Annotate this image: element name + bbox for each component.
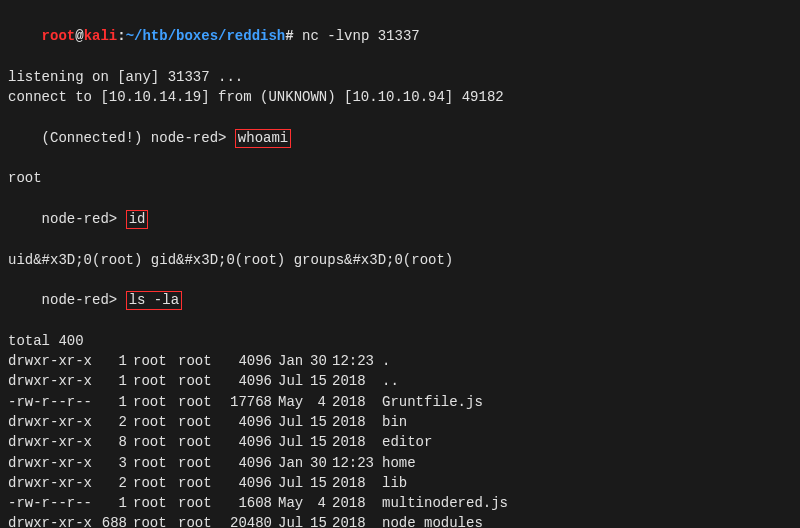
- ls-size: 4096: [223, 412, 278, 432]
- nc-output: listening on [any] 31337 ...connect to […: [8, 67, 792, 108]
- ls-owner: root: [133, 473, 178, 493]
- ls-filename: .: [382, 351, 792, 371]
- ls-time: 2018: [332, 493, 382, 513]
- ls-owner: root: [133, 392, 178, 412]
- ls-perms: drwxr-xr-x: [8, 432, 98, 452]
- highlight-id: id: [126, 210, 149, 229]
- prompt-host: kali: [84, 28, 118, 44]
- ls-time: 2018: [332, 513, 382, 528]
- ls-row: drwxr-xr-x688rootroot20480Jul152018node_…: [8, 513, 792, 528]
- ls-filename: Gruntfile.js: [382, 392, 792, 412]
- ls-filename: bin: [382, 412, 792, 432]
- prompt-colon: :: [117, 28, 125, 44]
- ls-day: 4: [310, 392, 332, 412]
- highlight-ls: ls -la: [126, 291, 182, 310]
- shell-connected-prompt: (Connected!) node-red>: [42, 130, 227, 146]
- ls-row: drwxr-xr-x3rootroot4096Jan3012:23home: [8, 453, 792, 473]
- ls-group: root: [178, 351, 223, 371]
- ls-perms: drwxr-xr-x: [8, 453, 98, 473]
- nc-output-line: connect to [10.10.14.19] from (UNKNOWN) …: [8, 87, 792, 107]
- ls-size: 4096: [223, 473, 278, 493]
- ls-month: Jul: [278, 513, 310, 528]
- ls-filename: home: [382, 453, 792, 473]
- ls-links: 2: [98, 473, 133, 493]
- ls-filename: ..: [382, 371, 792, 391]
- shell-line-id: node-red> id: [8, 189, 792, 250]
- ls-size: 1608: [223, 493, 278, 513]
- ls-size: 4096: [223, 453, 278, 473]
- ls-perms: drwxr-xr-x: [8, 412, 98, 432]
- ls-month: Jul: [278, 371, 310, 391]
- ls-group: root: [178, 432, 223, 452]
- ls-row: drwxr-xr-x8rootroot4096Jul152018editor: [8, 432, 792, 452]
- ls-day: 15: [310, 473, 332, 493]
- ls-owner: root: [133, 493, 178, 513]
- prompt-at: @: [75, 28, 83, 44]
- ls-day: 15: [310, 432, 332, 452]
- ls-links: 1: [98, 371, 133, 391]
- ls-time: 2018: [332, 371, 382, 391]
- shell-prompt: node-red>: [42, 292, 118, 308]
- output-ls-total: total 400: [8, 331, 792, 351]
- ls-size: 17768: [223, 392, 278, 412]
- highlight-whoami: whoami: [235, 129, 291, 148]
- ls-row: -rw-r--r--1rootroot17768May42018Gruntfil…: [8, 392, 792, 412]
- nc-output-line: listening on [any] 31337 ...: [8, 67, 792, 87]
- ls-owner: root: [133, 412, 178, 432]
- output-id: uid&#x3D;0(root) gid&#x3D;0(root) groups…: [8, 250, 792, 270]
- ls-day: 15: [310, 412, 332, 432]
- output-ls-listing: drwxr-xr-x1rootroot4096Jan3012:23.drwxr-…: [8, 351, 792, 528]
- ls-day: 30: [310, 351, 332, 371]
- ls-time: 12:23: [332, 453, 382, 473]
- ls-perms: drwxr-xr-x: [8, 473, 98, 493]
- ls-perms: drwxr-xr-x: [8, 513, 98, 528]
- prompt-line-1: root@kali:~/htb/boxes/reddish# nc -lvnp …: [8, 6, 792, 67]
- ls-owner: root: [133, 351, 178, 371]
- ls-group: root: [178, 412, 223, 432]
- ls-perms: drwxr-xr-x: [8, 371, 98, 391]
- ls-size: 4096: [223, 432, 278, 452]
- ls-row: drwxr-xr-x2rootroot4096Jul152018lib: [8, 473, 792, 493]
- ls-filename: node_modules: [382, 513, 792, 528]
- ls-size: 20480: [223, 513, 278, 528]
- prompt-hash: #: [285, 28, 293, 44]
- ls-group: root: [178, 473, 223, 493]
- ls-group: root: [178, 392, 223, 412]
- ls-links: 1: [98, 392, 133, 412]
- ls-perms: -rw-r--r--: [8, 493, 98, 513]
- ls-filename: editor: [382, 432, 792, 452]
- ls-month: Jul: [278, 432, 310, 452]
- ls-month: Jul: [278, 473, 310, 493]
- terminal[interactable]: root@kali:~/htb/boxes/reddish# nc -lvnp …: [8, 6, 792, 528]
- prompt-path: ~/htb/boxes/reddish: [126, 28, 286, 44]
- ls-time: 2018: [332, 412, 382, 432]
- ls-row: -rw-r--r--1rootroot1608May42018multinode…: [8, 493, 792, 513]
- ls-time: 2018: [332, 473, 382, 493]
- ls-month: May: [278, 392, 310, 412]
- ls-size: 4096: [223, 371, 278, 391]
- ls-links: 8: [98, 432, 133, 452]
- ls-time: 12:23: [332, 351, 382, 371]
- ls-day: 15: [310, 371, 332, 391]
- output-whoami: root: [8, 168, 792, 188]
- ls-month: Jan: [278, 351, 310, 371]
- ls-group: root: [178, 493, 223, 513]
- ls-links: 688: [98, 513, 133, 528]
- prompt-user: root: [42, 28, 76, 44]
- ls-month: Jul: [278, 412, 310, 432]
- ls-row: drwxr-xr-x1rootroot4096Jan3012:23.: [8, 351, 792, 371]
- ls-month: May: [278, 493, 310, 513]
- ls-month: Jan: [278, 453, 310, 473]
- ls-owner: root: [133, 371, 178, 391]
- ls-links: 2: [98, 412, 133, 432]
- command-nc: nc -lvnp 31337: [302, 28, 420, 44]
- ls-row: drwxr-xr-x1rootroot4096Jul152018..: [8, 371, 792, 391]
- shell-prompt: node-red>: [42, 211, 118, 227]
- ls-time: 2018: [332, 432, 382, 452]
- ls-links: 3: [98, 453, 133, 473]
- ls-size: 4096: [223, 351, 278, 371]
- ls-group: root: [178, 371, 223, 391]
- ls-links: 1: [98, 351, 133, 371]
- ls-group: root: [178, 513, 223, 528]
- ls-time: 2018: [332, 392, 382, 412]
